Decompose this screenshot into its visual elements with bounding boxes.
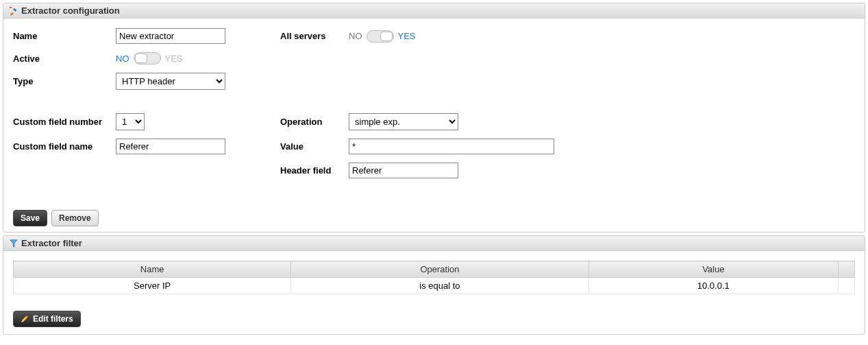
label-name: Name — [13, 31, 116, 41]
panel-header-config: Extractor configuration — [3, 3, 865, 19]
active-yes: YES — [165, 53, 183, 64]
input-header-field[interactable] — [349, 163, 458, 178]
panel-title-config: Extractor configuration — [21, 5, 120, 16]
table-header-row: Name Operation Value — [14, 261, 855, 278]
save-button[interactable]: Save — [13, 210, 47, 226]
label-active: Active — [13, 53, 116, 64]
table-row: Server IP is equal to 10.0.0.1 — [14, 278, 855, 294]
col-name: Name — [14, 261, 291, 278]
label-header-field: Header field — [280, 165, 349, 176]
input-name[interactable] — [116, 28, 225, 44]
panel-extractor-filter: Extractor filter Name Operation Value Se… — [3, 235, 865, 335]
config-form: Name All servers NO YES Active NO YES Ty… — [3, 19, 865, 185]
select-cf-number[interactable]: 1 — [116, 113, 145, 130]
panel-extractor-config: Extractor configuration Name All servers… — [3, 3, 865, 233]
remove-button[interactable]: Remove — [51, 210, 99, 226]
pencil-icon — [21, 315, 29, 323]
label-type: Type — [13, 76, 116, 86]
label-cf-name: Custom field name — [13, 141, 116, 152]
tools-icon — [9, 6, 18, 16]
edit-filters-button[interactable]: Edit filters — [13, 311, 81, 327]
label-operation: Operation — [280, 117, 349, 127]
select-type[interactable]: HTTP header — [116, 73, 225, 90]
label-cf-number: Custom field number — [13, 117, 116, 127]
svg-rect-0 — [10, 6, 12, 8]
edit-filters-label: Edit filters — [33, 314, 73, 324]
toggle-all-servers[interactable] — [367, 30, 394, 43]
cell-operation: is equal to — [291, 278, 588, 294]
label-value: Value — [280, 141, 349, 152]
col-blank — [839, 261, 855, 278]
cell-blank — [839, 278, 855, 294]
all-servers-yes: YES — [398, 31, 416, 41]
input-cf-name[interactable] — [116, 139, 225, 154]
filter-table: Name Operation Value Server IP is equal … — [13, 261, 855, 294]
cell-value: 10.0.0.1 — [588, 278, 838, 294]
panel-header-filter: Extractor filter — [3, 236, 865, 251]
input-value[interactable] — [349, 139, 554, 154]
panel-title-filter: Extractor filter — [21, 238, 82, 248]
select-operation[interactable]: simple exp. — [349, 113, 458, 130]
cell-name: Server IP — [14, 278, 291, 294]
funnel-icon — [9, 239, 18, 248]
col-value: Value — [588, 261, 838, 278]
label-all-servers: All servers — [280, 31, 349, 41]
col-operation: Operation — [291, 261, 588, 278]
all-servers-no: NO — [349, 31, 362, 41]
active-no: NO — [116, 53, 129, 64]
toggle-active[interactable] — [134, 52, 161, 64]
